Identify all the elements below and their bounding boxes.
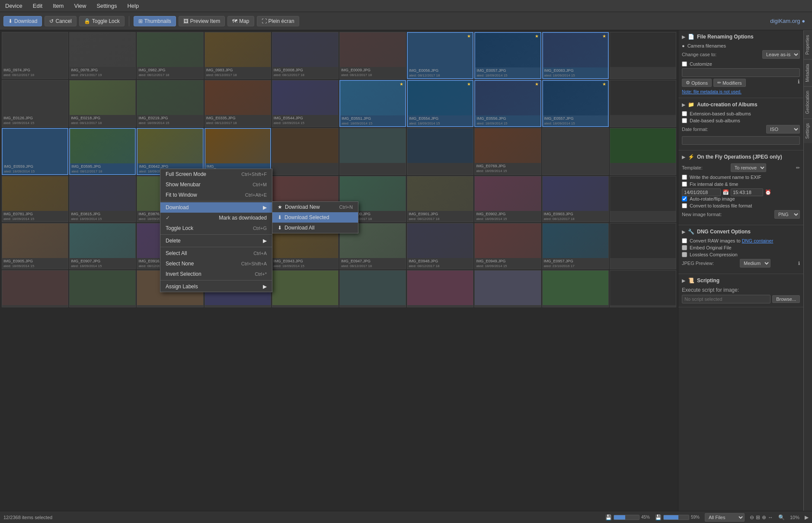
ctx-fit-window[interactable]: Fit to Window Ctrl+Alt+E xyxy=(160,190,272,200)
thumbnail-item[interactable] xyxy=(610,32,676,79)
dng-link[interactable]: DNG container xyxy=(742,238,774,243)
auto-rotate-checkbox[interactable] xyxy=(682,196,687,201)
files-filter-select[interactable]: All Files Images Only xyxy=(705,513,745,522)
thumbnail-item[interactable]: IMG_E0903.JPGated: 08/12/2017 18 xyxy=(542,176,609,222)
renaming-custom-input[interactable] xyxy=(682,68,800,77)
ctx-show-menubar[interactable]: Show Menubar Ctrl+M xyxy=(160,179,272,190)
thumbnail-item[interactable]: IMG_E0218.JPGated: 08/12/2017 18 xyxy=(69,80,136,127)
toggle-lock-button[interactable]: 🔒 Toggle Lock xyxy=(79,16,125,26)
ctx-fullscreen[interactable]: Full Screen Mode Ctrl+Shift+F xyxy=(160,169,272,179)
thumbnail-item[interactable]: IMG_E0559.JPGated: 18/09/2014 15 xyxy=(2,128,68,175)
write-doc-name-checkbox[interactable] xyxy=(682,175,687,180)
ctx-assign-labels[interactable]: Assign Labels ▶ xyxy=(160,281,272,292)
thumbnail-item[interactable] xyxy=(407,128,473,175)
thumbnail-item[interactable]: IMG_E0642.JPGated: 18/09/2014 15 xyxy=(137,128,203,175)
change-case-select[interactable]: Leave as-is Uppercase Lowercase xyxy=(762,50,800,59)
download-submenu[interactable]: ★ Download New Ctrl+N ⬇ Download Selecte… xyxy=(272,201,358,233)
thumbnail-item[interactable]: IMG_E0905.JPGated: 18/09/2014 15 xyxy=(2,223,68,269)
metadata-note[interactable]: Note: file metadata is not used. xyxy=(682,89,800,94)
thumbnail-item[interactable]: IMG_E0781.JPGated: 18/09/2014 15 xyxy=(2,176,68,222)
thumbnail-item[interactable]: IMG_0982.JPGated: 08/12/2017 18 xyxy=(137,32,203,79)
thumbnail-item[interactable] xyxy=(542,128,609,175)
menu-view[interactable]: View xyxy=(72,2,88,10)
file-renaming-header[interactable]: ▶ 📄 File Renaming Options xyxy=(682,34,800,40)
menu-edit[interactable]: Edit xyxy=(31,2,44,10)
thumbnail-item[interactable]: ★IMG_E0554.JPGated: 18/09/2014 15 xyxy=(407,80,473,127)
thumbnail-item[interactable] xyxy=(69,270,136,307)
thumbnail-item[interactable] xyxy=(610,270,676,307)
thumbnail-item[interactable] xyxy=(407,270,473,307)
thumbnail-item[interactable]: IMG_E0544.JPGated: 18/09/2014 15 xyxy=(272,80,339,127)
script-input[interactable] xyxy=(682,295,770,303)
fix-date-checkbox[interactable] xyxy=(682,182,687,187)
thumbnail-item[interactable]: ★IMG_E0056.JPGated: 08/12/2017 18 xyxy=(407,32,473,79)
menu-settings[interactable]: Settings xyxy=(95,2,118,10)
thumbnail-item[interactable] xyxy=(272,128,339,175)
submenu-download-new[interactable]: ★ Download New Ctrl+N xyxy=(272,202,358,212)
tab-metadata[interactable]: Metadata xyxy=(804,59,812,86)
ctx-invert-selection[interactable]: Invert Selection Ctrl+* xyxy=(160,269,272,279)
thumbnail-item[interactable]: ★IMG_E0557.JPGated: 18/09/2014 15 xyxy=(542,80,609,127)
zoom-out-icon[interactable]: ⊖ xyxy=(750,514,754,520)
thumbnail-item[interactable] xyxy=(610,128,676,175)
tab-properties[interactable]: Properties xyxy=(804,30,812,59)
date-sub-checkbox[interactable] xyxy=(682,118,687,123)
template-select[interactable]: To remove None xyxy=(731,163,766,172)
submenu-download-all[interactable]: ⬇ Download All xyxy=(272,223,358,233)
date-format-input[interactable] xyxy=(682,136,800,145)
jpeg-preview-select[interactable]: Medium None Small Full size xyxy=(740,259,770,268)
tab-settings[interactable]: Settings xyxy=(804,118,812,143)
ctx-toggle-lock[interactable]: Toggle Lock Ctrl+G xyxy=(160,223,272,233)
thumbnail-item[interactable]: ★IMG_E0057.JPGated: 18/09/2014 15 xyxy=(474,32,541,79)
thumbnail-item[interactable]: IMG_0974.JPGated: 08/12/2017 18 xyxy=(2,32,68,79)
plein-ecran-button[interactable]: ⛶ Plein écran xyxy=(257,16,299,26)
ctx-mark-downloaded[interactable]: ✓ Mark as downloaded xyxy=(160,213,272,223)
date-input[interactable] xyxy=(682,188,721,196)
thumbnail-item[interactable] xyxy=(272,270,339,307)
submenu-download-selected[interactable]: ⬇ Download Selected xyxy=(272,212,358,223)
thumbnail-item[interactable]: IMG_E0949.JPGated: 18/09/2014 15 xyxy=(474,223,541,269)
customize-row[interactable]: Customize xyxy=(682,61,800,67)
convert-raw-checkbox[interactable] xyxy=(682,238,687,243)
new-format-select[interactable]: PNG TIFF JPEG xyxy=(774,210,800,219)
menu-help[interactable]: Help xyxy=(125,2,141,10)
thumbnail-item[interactable] xyxy=(610,176,676,222)
thumbnail-item[interactable]: IMG_E0815.JPGated: 18/09/2014 15 xyxy=(69,176,136,222)
thumbnail-item[interactable]: IMG_0983.JPGated: 08/12/2017 18 xyxy=(205,32,271,79)
dng-header[interactable]: ▶ 🔧 DNG Convert Options xyxy=(682,229,800,235)
thumbnail-item[interactable]: IMG_E0126.JPGated: 18/09/2014 15 xyxy=(2,80,68,127)
ctx-select-none[interactable]: Select None Ctrl+Shift+A xyxy=(160,258,272,269)
thumbnail-item[interactable]: IMG_E0335.JPGated: 08/12/2017 18 xyxy=(205,80,271,127)
scripting-header[interactable]: ▶ 📜 Scripting xyxy=(682,277,800,284)
thumbnails-button[interactable]: ⊞ Thumbnails xyxy=(134,16,176,26)
thumbnail-item[interactable]: IMG_E0595.JPGated: 08/12/2017 18 xyxy=(69,128,136,175)
thumbnail-item[interactable] xyxy=(2,270,68,307)
extension-sub-checkbox[interactable] xyxy=(682,111,687,116)
lossless-compression-checkbox[interactable] xyxy=(682,252,687,257)
thumbnail-item[interactable]: IMG_E0901.JPGated: 08/12/2017 18 xyxy=(407,176,473,222)
thumbnail-item[interactable]: IMG_E0902.JPGated: 18/09/2014 15 xyxy=(474,176,541,222)
zoom-fit-icon[interactable]: ⊞ xyxy=(756,514,760,520)
cancel-button[interactable]: ↺ Cancel xyxy=(45,16,76,26)
ctx-download[interactable]: Download ▶ ★ Download New Ctrl+N ⬇ Downl… xyxy=(160,202,272,213)
time-input[interactable] xyxy=(731,188,763,196)
modifiers-button[interactable]: ✏ Modifiers xyxy=(713,79,746,87)
thumbnail-item[interactable]: IMG_E0219.JPGated: 18/09/2014 15 xyxy=(137,80,203,127)
thumbnail-item[interactable]: ★IMG_E0551.JPGated: 18/09/2014 15 xyxy=(339,80,406,127)
options-button[interactable]: ⚙ Options xyxy=(682,79,712,87)
thumbnail-item[interactable]: ★IMG_E0083.JPGated: 18/09/2014 15 xyxy=(542,32,609,79)
thumbnail-item[interactable] xyxy=(339,128,406,175)
thumbnail-item[interactable] xyxy=(610,223,676,269)
thumbnail-item[interactable]: IMG_E0957.JPGated: 23/10/2016 17 xyxy=(542,223,609,269)
browse-button[interactable]: Browse... xyxy=(772,295,800,303)
thumbnail-item[interactable] xyxy=(610,80,676,127)
thumbnail-item[interactable] xyxy=(542,270,609,307)
zoom-right-icon[interactable]: ▶ xyxy=(805,514,809,520)
tab-geolocation[interactable]: Geolocation xyxy=(804,86,812,118)
zoom-plus-icon[interactable]: ↔ xyxy=(768,514,773,520)
thumbnail-item[interactable]: IMG_E0769.JPGated: 18/09/2014 15 xyxy=(474,128,541,175)
thumbnail-item[interactable]: IMG_E0008.JPGated: 08/12/2017 18 xyxy=(272,32,339,79)
preview-button[interactable]: 🖼 Preview Item xyxy=(179,16,225,26)
thumbnail-item[interactable]: IMG_E0948.JPGated: 08/12/2017 18 xyxy=(407,223,473,269)
image-grid-container[interactable]: IMG_0974.JPGated: 08/12/2017 18IMG_0978.… xyxy=(0,30,678,511)
